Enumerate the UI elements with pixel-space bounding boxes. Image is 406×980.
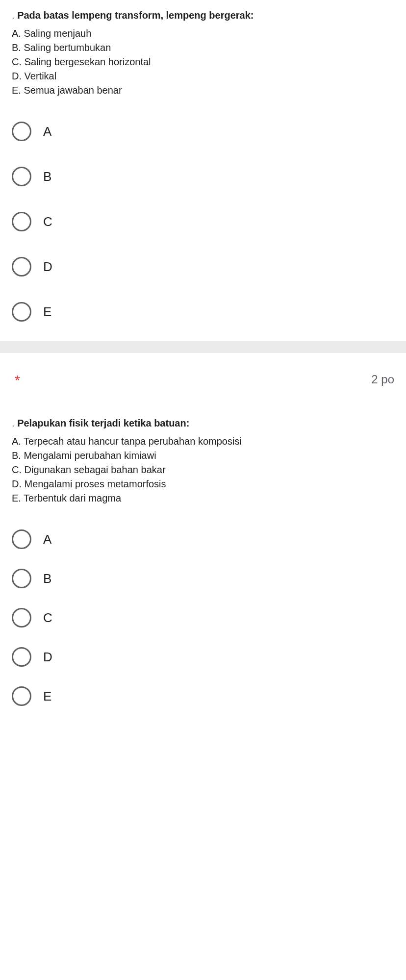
radio-circle-icon [12, 122, 31, 141]
question-block-1: . Pada batas lempeng transform, lempeng … [0, 0, 406, 341]
answer-text-2c: C. Digunakan sebagai bahan bakar [12, 463, 394, 477]
answer-text-list-1: A. Saling menjauh B. Saling bertumbukan … [12, 27, 394, 97]
question-block-2: . Pelapukan fisik terjadi ketika batuan:… [0, 418, 406, 726]
radio-option-1b[interactable]: B [12, 167, 394, 186]
radio-circle-icon [12, 608, 31, 628]
question-prefix-dot: . [12, 418, 17, 428]
radio-label-2b: B [43, 571, 51, 586]
radio-option-2b[interactable]: B [12, 569, 394, 588]
question-title-1: . Pada batas lempeng transform, lempeng … [12, 10, 394, 21]
points-label: 2 po [371, 373, 394, 386]
answer-text-1b: B. Saling bertumbukan [12, 41, 394, 54]
radio-label-1a: A [43, 124, 51, 139]
answer-text-2d: D. Mengalami proses metamorfosis [12, 477, 394, 491]
radio-label-2c: C [43, 610, 52, 626]
radio-circle-icon [12, 167, 31, 186]
radio-option-2d[interactable]: D [12, 647, 394, 667]
answer-text-2b: B. Mengalami perubahan kimiawi [12, 449, 394, 462]
radio-options-1: A B C D E [12, 122, 394, 322]
radio-label-2d: D [43, 650, 52, 665]
radio-circle-icon [12, 257, 31, 276]
answer-text-2e: E. Terbentuk dari magma [12, 492, 394, 505]
radio-circle-icon [12, 212, 31, 231]
answer-text-list-2: A. Terpecah atau hancur tanpa perubahan … [12, 435, 394, 505]
radio-circle-icon [12, 647, 31, 667]
radio-label-2e: E [43, 689, 51, 704]
answer-text-1d: D. Vertikal [12, 70, 394, 83]
radio-options-2: A B C D E [12, 529, 394, 706]
answer-text-2a: A. Terpecah atau hancur tanpa perubahan … [12, 435, 394, 448]
answer-text-1c: C. Saling bergesekan horizontal [12, 55, 394, 69]
divider [0, 341, 406, 353]
radio-circle-icon [12, 569, 31, 588]
question-title-2: . Pelapukan fisik terjadi ketika batuan: [12, 418, 394, 429]
answer-text-1a: A. Saling menjauh [12, 27, 394, 40]
radio-option-1a[interactable]: A [12, 122, 394, 141]
required-star-icon: * [12, 373, 20, 388]
question-title-text-1: Pada batas lempeng transform, lempeng be… [17, 10, 254, 21]
radio-label-1b: B [43, 169, 51, 184]
radio-label-2a: A [43, 532, 51, 547]
radio-option-2a[interactable]: A [12, 529, 394, 549]
radio-option-2e[interactable]: E [12, 686, 394, 706]
radio-option-1e[interactable]: E [12, 302, 394, 322]
radio-label-1d: D [43, 259, 52, 275]
radio-circle-icon [12, 686, 31, 706]
radio-circle-icon [12, 529, 31, 549]
radio-label-1c: C [43, 214, 52, 229]
radio-option-1d[interactable]: D [12, 257, 394, 276]
answer-text-1e: E. Semua jawaban benar [12, 84, 394, 97]
radio-circle-icon [12, 302, 31, 322]
question-prefix-dot: . [12, 10, 17, 21]
question-title-text-2: Pelapukan fisik terjadi ketika batuan: [17, 418, 189, 428]
radio-option-2c[interactable]: C [12, 608, 394, 628]
radio-option-1c[interactable]: C [12, 212, 394, 231]
radio-label-1e: E [43, 304, 51, 320]
question-header-row: * 2 po [0, 353, 406, 418]
